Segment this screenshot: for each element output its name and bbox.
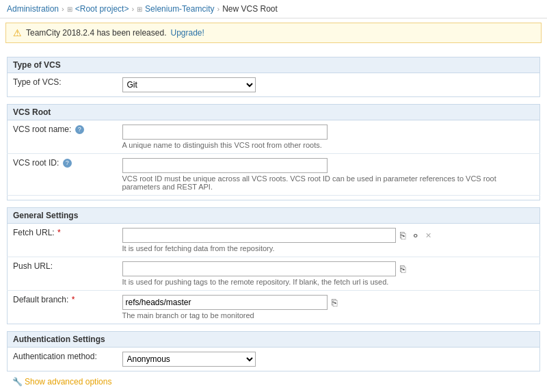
alert-message: TeamCity 2018.2.4 has been released. xyxy=(26,28,166,38)
auth-method-label: Authentication method: xyxy=(8,348,117,371)
vcs-id-hint: VCS root ID must be unique across all VC… xyxy=(122,174,535,191)
vcs-name-label: VCS root name: ? xyxy=(8,120,117,154)
branch-input[interactable] xyxy=(122,295,328,310)
vcs-id-help-icon[interactable]: ? xyxy=(63,159,72,168)
branch-row: Default branch: * ⎘ The main branch or t… xyxy=(8,291,540,324)
breadcrumb-sep1: › xyxy=(62,5,64,13)
breadcrumb-current: New VCS Root xyxy=(222,4,278,14)
upgrade-link[interactable]: Upgrade! xyxy=(170,28,204,38)
type-vcs-value: Git xyxy=(117,73,540,97)
vcs-root-spacer xyxy=(8,196,540,200)
vcs-root-table: VCS root name: ? A unique name to distin… xyxy=(7,120,540,200)
branch-row-inner: ⎘ xyxy=(122,295,535,310)
section-vcs-root: VCS Root xyxy=(7,104,540,120)
breadcrumb-selenium[interactable]: Selenium-Teamcity xyxy=(145,4,214,14)
push-url-hint: It is used for pushing tags to the remot… xyxy=(122,278,535,286)
vcs-id-label: VCS root ID: ? xyxy=(8,154,117,196)
vcs-name-row: VCS root name: ? A unique name to distin… xyxy=(8,120,540,154)
fetch-github-icon[interactable]: ⚬ xyxy=(410,229,421,242)
type-vcs-table: Type of VCS: Git xyxy=(7,73,540,97)
vcs-name-value-col: A unique name to distinguish this VCS ro… xyxy=(117,120,540,154)
section-auth: Authentication Settings xyxy=(7,331,540,347)
branch-value-col: ⎘ The main branch or tag to be monitored xyxy=(117,291,540,324)
vcs-id-value-col: VCS root ID must be unique across all VC… xyxy=(117,154,540,196)
advanced-options-section: 🔧Show advanced options xyxy=(7,371,540,388)
vcs-name-help-icon[interactable]: ? xyxy=(75,125,84,134)
breadcrumb: Administration › ⊞ <Root project> › ⊞ Se… xyxy=(0,0,547,18)
fetch-url-row: Fetch URL: * ⎘ ⚬ ✕ It is used for fetchi… xyxy=(8,224,540,257)
auth-method-select[interactable]: Anonymous xyxy=(122,352,256,367)
section-general: General Settings xyxy=(7,207,540,223)
main-content: Type of VCS Type of VCS: Git VCS Root VC… xyxy=(0,47,547,392)
breadcrumb-sep-icon2: ⊞ xyxy=(137,5,142,13)
vcs-type-select[interactable]: Git xyxy=(122,77,256,92)
fetch-url-value-col: ⎘ ⚬ ✕ It is used for fetching data from … xyxy=(117,224,540,257)
push-url-label: Push URL: xyxy=(8,257,117,291)
fetch-required-mark: * xyxy=(57,228,61,237)
branch-label: Default branch: * xyxy=(8,291,117,324)
vcs-name-input[interactable] xyxy=(122,125,328,140)
push-url-row-inner: ⎘ xyxy=(122,261,535,276)
branch-copy-icon[interactable]: ⎘ xyxy=(330,297,338,308)
push-url-input[interactable] xyxy=(122,261,396,276)
auth-table: Authentication method: Anonymous xyxy=(7,347,540,371)
breadcrumb-sep2: › xyxy=(131,5,134,13)
fetch-url-hint: It is used for fetching data from the re… xyxy=(122,244,535,252)
branch-hint: The main branch or tag to be monitored xyxy=(122,311,535,319)
fetch-clear-icon[interactable]: ✕ xyxy=(424,231,433,240)
breadcrumb-root[interactable]: <Root project> xyxy=(75,4,129,14)
fetch-url-label: Fetch URL: * xyxy=(8,224,117,257)
fetch-url-input[interactable] xyxy=(122,228,396,243)
auth-method-value-col: Anonymous xyxy=(117,348,540,371)
vcs-name-hint: A unique name to distinguish this VCS ro… xyxy=(122,141,535,149)
branch-required-mark: * xyxy=(72,295,75,304)
fetch-copy-icon[interactable]: ⎘ xyxy=(399,230,407,241)
vcs-id-input[interactable] xyxy=(122,158,328,173)
wrench-icon: 🔧 xyxy=(12,377,23,387)
advanced-options-link[interactable]: 🔧Show advanced options xyxy=(12,377,111,387)
fetch-url-row-inner: ⎘ ⚬ ✕ xyxy=(122,228,535,243)
alert-bar: ⚠ TeamCity 2018.2.4 has been released. U… xyxy=(5,23,542,43)
general-table: Fetch URL: * ⎘ ⚬ ✕ It is used for fetchi… xyxy=(7,223,540,324)
vcs-id-row: VCS root ID: ? VCS root ID must be uniqu… xyxy=(8,154,540,196)
warning-icon: ⚠ xyxy=(13,27,22,38)
buttons-row: Create Test connection Cancel xyxy=(7,388,540,392)
push-copy-icon[interactable]: ⎘ xyxy=(399,263,407,274)
auth-method-row: Authentication method: Anonymous xyxy=(8,348,540,371)
section-type-vcs: Type of VCS xyxy=(7,57,540,73)
breadcrumb-admin[interactable]: Administration xyxy=(7,4,59,14)
type-vcs-row: Type of VCS: Git xyxy=(8,73,540,97)
breadcrumb-sep-icon1: ⊞ xyxy=(67,5,72,13)
push-url-value-col: ⎘ It is used for pushing tags to the rem… xyxy=(117,257,540,291)
push-url-row: Push URL: ⎘ It is used for pushing tags … xyxy=(8,257,540,291)
type-vcs-label: Type of VCS: xyxy=(8,73,117,97)
breadcrumb-sep3: › xyxy=(217,5,219,13)
